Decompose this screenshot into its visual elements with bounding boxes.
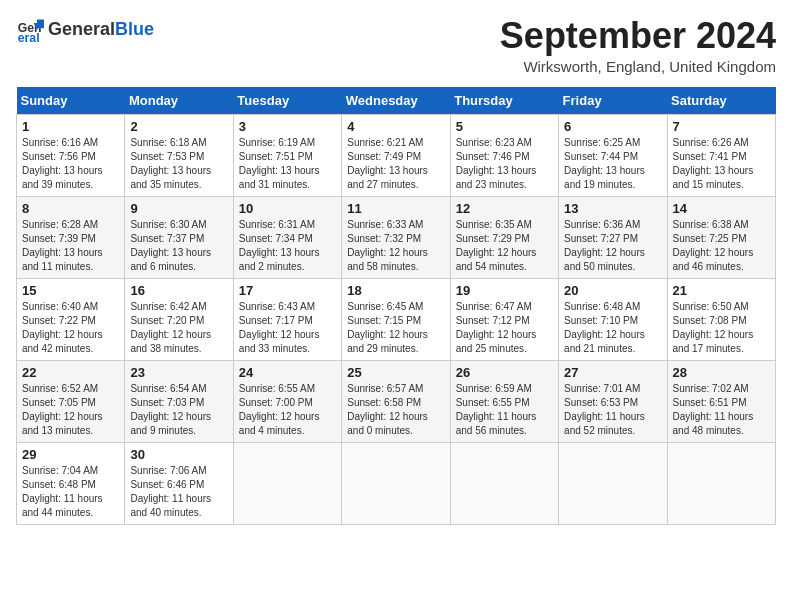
calendar-cell: 26 Sunrise: 6:59 AMSunset: 6:55 PMDaylig… [450,360,558,442]
day-number: 28 [673,365,770,380]
calendar-cell [233,442,341,524]
header-monday: Monday [125,87,233,115]
calendar-cell: 19 Sunrise: 6:47 AMSunset: 7:12 PMDaylig… [450,278,558,360]
day-info: Sunrise: 6:23 AMSunset: 7:46 PMDaylight:… [456,136,553,192]
day-number: 12 [456,201,553,216]
day-number: 23 [130,365,227,380]
calendar-cell: 3 Sunrise: 6:19 AMSunset: 7:51 PMDayligh… [233,114,341,196]
calendar-cell: 15 Sunrise: 6:40 AMSunset: 7:22 PMDaylig… [17,278,125,360]
day-info: Sunrise: 6:25 AMSunset: 7:44 PMDaylight:… [564,136,661,192]
day-number: 14 [673,201,770,216]
calendar-cell: 24 Sunrise: 6:55 AMSunset: 7:00 PMDaylig… [233,360,341,442]
header-thursday: Thursday [450,87,558,115]
day-number: 18 [347,283,444,298]
calendar-cell [559,442,667,524]
month-title: September 2024 [500,16,776,56]
logo-icon: Gen eral [16,16,44,44]
calendar-table: SundayMondayTuesdayWednesdayThursdayFrid… [16,87,776,525]
calendar-cell: 17 Sunrise: 6:43 AMSunset: 7:17 PMDaylig… [233,278,341,360]
calendar-cell: 18 Sunrise: 6:45 AMSunset: 7:15 PMDaylig… [342,278,450,360]
svg-text:eral: eral [18,31,40,44]
calendar-cell: 11 Sunrise: 6:33 AMSunset: 7:32 PMDaylig… [342,196,450,278]
calendar-cell: 4 Sunrise: 6:21 AMSunset: 7:49 PMDayligh… [342,114,450,196]
day-info: Sunrise: 6:47 AMSunset: 7:12 PMDaylight:… [456,300,553,356]
day-number: 13 [564,201,661,216]
calendar-cell: 12 Sunrise: 6:35 AMSunset: 7:29 PMDaylig… [450,196,558,278]
calendar-week-3: 15 Sunrise: 6:40 AMSunset: 7:22 PMDaylig… [17,278,776,360]
day-number: 11 [347,201,444,216]
day-info: Sunrise: 6:31 AMSunset: 7:34 PMDaylight:… [239,218,336,274]
header-wednesday: Wednesday [342,87,450,115]
calendar-cell: 9 Sunrise: 6:30 AMSunset: 7:37 PMDayligh… [125,196,233,278]
calendar-cell: 22 Sunrise: 6:52 AMSunset: 7:05 PMDaylig… [17,360,125,442]
day-number: 19 [456,283,553,298]
day-info: Sunrise: 6:18 AMSunset: 7:53 PMDaylight:… [130,136,227,192]
calendar-cell: 5 Sunrise: 6:23 AMSunset: 7:46 PMDayligh… [450,114,558,196]
day-number: 2 [130,119,227,134]
day-info: Sunrise: 7:02 AMSunset: 6:51 PMDaylight:… [673,382,770,438]
day-info: Sunrise: 6:19 AMSunset: 7:51 PMDaylight:… [239,136,336,192]
header-friday: Friday [559,87,667,115]
logo: Gen eral GeneralBlue [16,16,154,44]
calendar-cell: 27 Sunrise: 7:01 AMSunset: 6:53 PMDaylig… [559,360,667,442]
calendar-cell: 7 Sunrise: 6:26 AMSunset: 7:41 PMDayligh… [667,114,775,196]
calendar-cell [667,442,775,524]
day-info: Sunrise: 6:38 AMSunset: 7:25 PMDaylight:… [673,218,770,274]
day-number: 20 [564,283,661,298]
day-number: 10 [239,201,336,216]
day-number: 15 [22,283,119,298]
location: Wirksworth, England, United Kingdom [500,58,776,75]
day-info: Sunrise: 6:57 AMSunset: 6:58 PMDaylight:… [347,382,444,438]
day-info: Sunrise: 6:42 AMSunset: 7:20 PMDaylight:… [130,300,227,356]
calendar-cell: 16 Sunrise: 6:42 AMSunset: 7:20 PMDaylig… [125,278,233,360]
calendar-cell: 23 Sunrise: 6:54 AMSunset: 7:03 PMDaylig… [125,360,233,442]
calendar-cell: 28 Sunrise: 7:02 AMSunset: 6:51 PMDaylig… [667,360,775,442]
day-info: Sunrise: 7:01 AMSunset: 6:53 PMDaylight:… [564,382,661,438]
calendar-cell: 21 Sunrise: 6:50 AMSunset: 7:08 PMDaylig… [667,278,775,360]
day-number: 9 [130,201,227,216]
header-sunday: Sunday [17,87,125,115]
day-info: Sunrise: 7:04 AMSunset: 6:48 PMDaylight:… [22,464,119,520]
calendar-cell: 20 Sunrise: 6:48 AMSunset: 7:10 PMDaylig… [559,278,667,360]
day-info: Sunrise: 6:21 AMSunset: 7:49 PMDaylight:… [347,136,444,192]
calendar-cell: 14 Sunrise: 6:38 AMSunset: 7:25 PMDaylig… [667,196,775,278]
day-number: 16 [130,283,227,298]
logo-general: GeneralBlue [48,20,154,40]
calendar-cell: 2 Sunrise: 6:18 AMSunset: 7:53 PMDayligh… [125,114,233,196]
day-number: 3 [239,119,336,134]
day-info: Sunrise: 6:36 AMSunset: 7:27 PMDaylight:… [564,218,661,274]
day-info: Sunrise: 6:55 AMSunset: 7:00 PMDaylight:… [239,382,336,438]
day-info: Sunrise: 6:26 AMSunset: 7:41 PMDaylight:… [673,136,770,192]
calendar-week-5: 29 Sunrise: 7:04 AMSunset: 6:48 PMDaylig… [17,442,776,524]
day-number: 26 [456,365,553,380]
day-number: 5 [456,119,553,134]
calendar-cell: 29 Sunrise: 7:04 AMSunset: 6:48 PMDaylig… [17,442,125,524]
day-number: 29 [22,447,119,462]
day-number: 24 [239,365,336,380]
calendar-cell: 10 Sunrise: 6:31 AMSunset: 7:34 PMDaylig… [233,196,341,278]
day-info: Sunrise: 6:28 AMSunset: 7:39 PMDaylight:… [22,218,119,274]
day-number: 4 [347,119,444,134]
day-info: Sunrise: 6:43 AMSunset: 7:17 PMDaylight:… [239,300,336,356]
calendar-week-2: 8 Sunrise: 6:28 AMSunset: 7:39 PMDayligh… [17,196,776,278]
calendar-cell [450,442,558,524]
title-block: September 2024 Wirksworth, England, Unit… [500,16,776,75]
page-header: Gen eral GeneralBlue September 2024 Wirk… [16,16,776,75]
header-tuesday: Tuesday [233,87,341,115]
day-number: 27 [564,365,661,380]
calendar-cell: 8 Sunrise: 6:28 AMSunset: 7:39 PMDayligh… [17,196,125,278]
calendar-week-1: 1 Sunrise: 6:16 AMSunset: 7:56 PMDayligh… [17,114,776,196]
day-number: 1 [22,119,119,134]
day-info: Sunrise: 7:06 AMSunset: 6:46 PMDaylight:… [130,464,227,520]
calendar-cell: 1 Sunrise: 6:16 AMSunset: 7:56 PMDayligh… [17,114,125,196]
day-info: Sunrise: 6:16 AMSunset: 7:56 PMDaylight:… [22,136,119,192]
day-info: Sunrise: 6:35 AMSunset: 7:29 PMDaylight:… [456,218,553,274]
day-number: 17 [239,283,336,298]
day-number: 8 [22,201,119,216]
day-number: 30 [130,447,227,462]
day-number: 6 [564,119,661,134]
day-info: Sunrise: 6:45 AMSunset: 7:15 PMDaylight:… [347,300,444,356]
calendar-cell [342,442,450,524]
calendar-cell: 13 Sunrise: 6:36 AMSunset: 7:27 PMDaylig… [559,196,667,278]
header-row: SundayMondayTuesdayWednesdayThursdayFrid… [17,87,776,115]
